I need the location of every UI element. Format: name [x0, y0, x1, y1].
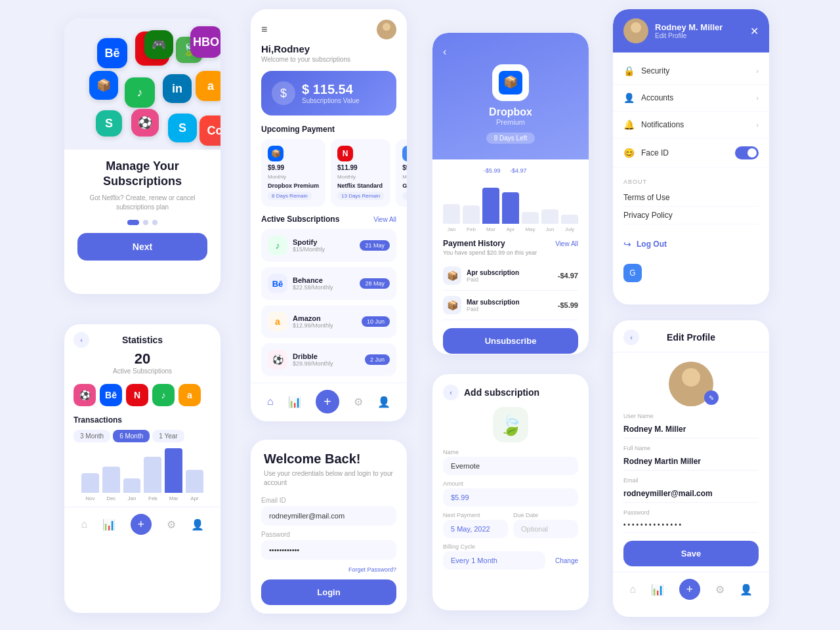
home-edit-icon[interactable]: ⌂ [629, 583, 636, 595]
name-input[interactable] [443, 457, 578, 475]
username-field: User Name Rodney M. Miller [623, 413, 759, 438]
bar-nov: Nov [81, 473, 99, 501]
chart-dash-icon[interactable]: 📊 [288, 396, 301, 408]
notifications-chevron: › [756, 121, 759, 129]
settings-security[interactable]: 🔒 Security › [613, 58, 769, 85]
bar-apr-fill [186, 470, 203, 493]
due-date-input[interactable] [513, 520, 578, 538]
bar-jan: Jan [123, 478, 141, 501]
chart-bar-mar [482, 188, 499, 224]
add-fab-button[interactable]: + [131, 514, 152, 535]
fullname-value[interactable]: Rodney Martin Miller [623, 453, 759, 471]
add-fab-edit[interactable]: + [679, 579, 700, 600]
profile-nav-icon[interactable]: 👤 [191, 518, 204, 531]
chart-nav-icon[interactable]: 📊 [102, 518, 116, 531]
settings-edit-icon[interactable]: ⚙ [715, 583, 724, 596]
terms-of-use[interactable]: Terms of Use [623, 189, 759, 207]
payment-view-all[interactable]: View All [555, 240, 578, 247]
bar-feb: Feb [144, 457, 161, 501]
behance-mini: Bē [100, 384, 122, 406]
email-field-group: Email ID [261, 497, 396, 526]
name-field: Name [443, 449, 578, 475]
chart-edit-icon[interactable]: 📊 [651, 583, 664, 596]
dot-1 [127, 220, 139, 225]
add-sub-back-button[interactable]: ‹ [443, 385, 459, 400]
sub-spotify[interactable]: ♪ Spotify $15/Monthly 21 May [261, 229, 396, 262]
next-button[interactable]: Next [77, 233, 207, 261]
settings-dash-icon[interactable]: ⚙ [354, 396, 363, 408]
profile-fields: User Name Rodney M. Miller Full Name Rod… [613, 413, 769, 533]
sub-dribble[interactable]: ⚽ Dribble $29.99/Monthly 2 Jun [261, 343, 396, 376]
forgot-password-link[interactable]: Forget Password? [251, 565, 407, 579]
stats-bottom-nav: ⌂ 📊 + ⚙ 👤 [64, 507, 220, 539]
settings-notifications[interactable]: 🔔 Notifications › [613, 112, 769, 138]
period-buttons: 3 Month 6 Month 1 Year [74, 430, 211, 442]
settings-faceid[interactable]: 😊 Face ID [613, 138, 769, 168]
pagination-dots [64, 220, 220, 225]
period-1y[interactable]: 1 Year [152, 430, 184, 442]
bar-feb-fill [144, 457, 161, 493]
view-all-link[interactable]: View All [373, 216, 396, 223]
upcoming-section-header: Upcoming Payment [251, 125, 407, 134]
billing-input[interactable] [443, 551, 545, 570]
dot-3 [152, 220, 158, 225]
period-3m[interactable]: 3 Month [74, 430, 110, 442]
settings-close-button[interactable]: ✕ [750, 25, 759, 37]
settings-app-icons: G [613, 259, 769, 287]
add-fab-dash[interactable]: + [316, 390, 339, 413]
home-nav-icon[interactable]: ⌂ [81, 518, 87, 530]
chart-bar-jul [561, 215, 578, 224]
settings-logout[interactable]: ↪ Log Out [613, 230, 769, 259]
unsubscribe-button[interactable]: Unsubscribe [443, 328, 578, 354]
settings-edit-profile[interactable]: Edit Profile [655, 32, 723, 39]
amount-input[interactable] [443, 488, 578, 507]
payment-row: Next Payment Due Date [443, 512, 578, 538]
notifications-label: Notifications [641, 120, 684, 129]
period-6m[interactable]: 6 Month [113, 430, 150, 442]
menu-icon[interactable]: ≡ [261, 24, 267, 35]
logout-text: Log Out [637, 240, 667, 249]
sub-amazon[interactable]: a Amazon $12.99/Monthly 10 Jun [261, 305, 396, 338]
login-button[interactable]: Login [261, 579, 396, 605]
email-profile-value[interactable]: rodneymiller@mail.com [623, 485, 759, 503]
active-label: Active Subscriptions [64, 368, 220, 375]
balance-icon: $ [272, 81, 295, 105]
next-payment-label: Next Payment [443, 512, 508, 518]
skype-icon: S [168, 114, 197, 142]
email-input[interactable] [261, 506, 396, 526]
email-profile-field: Email rodneymiller@mail.com [623, 477, 759, 503]
amazon-mini: a [178, 384, 201, 406]
settings-avatar [623, 18, 648, 43]
billing-field: Billing Cycle Change [443, 543, 578, 570]
change-link[interactable]: Change [555, 557, 578, 564]
amazon-icon: a [196, 71, 220, 101]
spotify-icon: ♪ [125, 77, 155, 108]
home-dash-icon[interactable]: ⌂ [267, 396, 274, 408]
stats-back-button[interactable]: ‹ [74, 332, 89, 348]
profile-edit-icon[interactable]: 👤 [740, 583, 753, 596]
password-field-group: Password [261, 531, 396, 560]
sub-behance[interactable]: Bē Behance $22.58/Monthly 28 May [261, 267, 396, 300]
bar-apr-label: Apr [190, 495, 198, 501]
balance-info: $ 115.54 Subscriptions Value [302, 82, 360, 104]
password-profile-value[interactable]: •••••••••••••• [623, 517, 759, 533]
profile-dash-icon[interactable]: 👤 [377, 396, 390, 408]
username-value[interactable]: Rodney M. Miller [623, 421, 759, 438]
behance-icon-wrap: Bē [268, 274, 287, 293]
behance-icon: Bē [97, 38, 127, 68]
settings-accounts[interactable]: 👤 Accounts › [613, 85, 769, 112]
password-input[interactable] [261, 540, 396, 560]
svg-point-5 [627, 33, 644, 43]
next-payment-input[interactable] [443, 520, 508, 538]
settings-card: Rodney M. Miller Edit Profile ✕ 🔒 Securi… [613, 9, 769, 304]
edit-back-button[interactable]: ‹ [623, 329, 639, 345]
chart-bar-feb [463, 205, 480, 224]
privacy-policy[interactable]: Privacy Policy [623, 207, 759, 224]
settings-nav-icon[interactable]: ⚙ [167, 518, 176, 531]
dropbox-back-button[interactable]: ‹ [443, 46, 578, 58]
dribble-icon-wrap: ⚽ [268, 350, 287, 369]
spotify-icon-wrap: ♪ [268, 236, 287, 255]
avatar-edit-button[interactable]: ✎ [704, 390, 719, 405]
faceid-toggle[interactable] [735, 146, 759, 159]
save-button[interactable]: Save [623, 541, 759, 566]
